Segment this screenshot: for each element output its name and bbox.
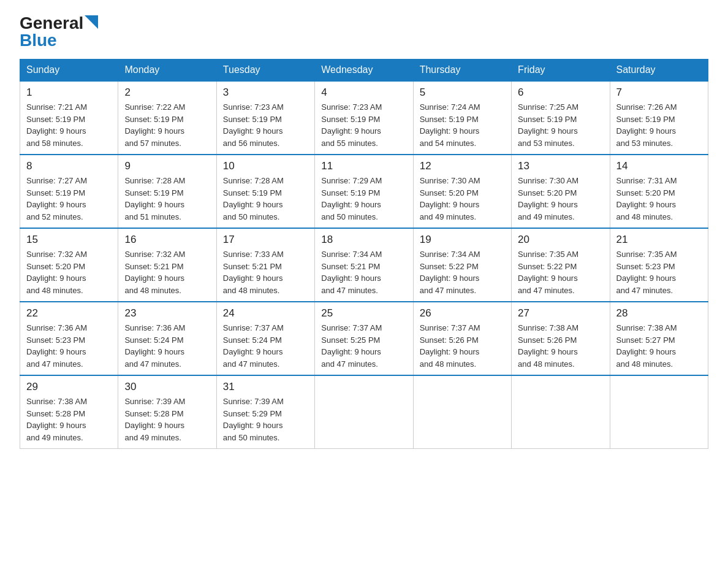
- day-number: 22: [26, 307, 112, 320]
- week-row-3: 15 Sunrise: 7:32 AM Sunset: 5:20 PM Dayl…: [20, 228, 708, 302]
- day-info: Sunrise: 7:31 AM Sunset: 5:20 PM Dayligh…: [616, 175, 702, 223]
- day-info: Sunrise: 7:29 AM Sunset: 5:19 PM Dayligh…: [321, 175, 406, 223]
- logo-arrow-icon: [85, 15, 98, 29]
- day-cell: 3 Sunrise: 7:23 AM Sunset: 5:19 PM Dayli…: [216, 81, 314, 155]
- day-info: Sunrise: 7:37 AM Sunset: 5:26 PM Dayligh…: [420, 322, 505, 370]
- calendar-body: 1 Sunrise: 7:21 AM Sunset: 5:19 PM Dayli…: [20, 81, 708, 449]
- day-cell: 27 Sunrise: 7:38 AM Sunset: 5:26 PM Dayl…: [512, 302, 610, 375]
- day-info: Sunrise: 7:35 AM Sunset: 5:23 PM Dayligh…: [616, 248, 702, 296]
- day-info: Sunrise: 7:30 AM Sunset: 5:20 PM Dayligh…: [518, 175, 603, 223]
- day-cell: 5 Sunrise: 7:24 AM Sunset: 5:19 PM Dayli…: [413, 81, 511, 155]
- day-number: 20: [518, 234, 603, 246]
- calendar-header: SundayMondayTuesdayWednesdayThursdayFrid…: [20, 59, 708, 82]
- day-cell: 4 Sunrise: 7:23 AM Sunset: 5:19 PM Dayli…: [315, 81, 413, 155]
- header-cell-wednesday: Wednesday: [315, 59, 413, 82]
- day-info: Sunrise: 7:30 AM Sunset: 5:20 PM Dayligh…: [420, 175, 505, 223]
- day-cell: 13 Sunrise: 7:30 AM Sunset: 5:20 PM Dayl…: [512, 155, 610, 228]
- day-info: Sunrise: 7:25 AM Sunset: 5:19 PM Dayligh…: [518, 101, 603, 149]
- day-number: 19: [420, 234, 505, 246]
- day-cell: 30 Sunrise: 7:39 AM Sunset: 5:28 PM Dayl…: [118, 375, 216, 449]
- day-cell: 1 Sunrise: 7:21 AM Sunset: 5:19 PM Dayli…: [20, 81, 118, 155]
- day-cell: 26 Sunrise: 7:37 AM Sunset: 5:26 PM Dayl…: [413, 302, 511, 375]
- day-cell: 19 Sunrise: 7:34 AM Sunset: 5:22 PM Dayl…: [413, 228, 511, 302]
- day-cell: 7 Sunrise: 7:26 AM Sunset: 5:19 PM Dayli…: [610, 81, 708, 155]
- day-number: 15: [26, 234, 112, 246]
- day-number: 9: [124, 160, 210, 172]
- day-info: Sunrise: 7:22 AM Sunset: 5:19 PM Dayligh…: [124, 101, 210, 149]
- day-info: Sunrise: 7:36 AM Sunset: 5:23 PM Dayligh…: [26, 322, 112, 370]
- day-info: Sunrise: 7:32 AM Sunset: 5:21 PM Dayligh…: [124, 248, 210, 296]
- day-number: 17: [223, 234, 308, 246]
- day-number: 25: [321, 307, 406, 320]
- day-cell: 2 Sunrise: 7:22 AM Sunset: 5:19 PM Dayli…: [118, 81, 216, 155]
- day-cell: 22 Sunrise: 7:36 AM Sunset: 5:23 PM Dayl…: [20, 302, 118, 375]
- calendar-table: SundayMondayTuesdayWednesdayThursdayFrid…: [20, 59, 708, 449]
- day-number: 30: [124, 381, 210, 393]
- page-header: General Blue: [20, 15, 708, 49]
- week-row-5: 29 Sunrise: 7:38 AM Sunset: 5:28 PM Dayl…: [20, 375, 708, 449]
- day-cell: 12 Sunrise: 7:30 AM Sunset: 5:20 PM Dayl…: [413, 155, 511, 228]
- header-cell-monday: Monday: [118, 59, 216, 82]
- day-number: 31: [223, 381, 308, 393]
- day-cell: 9 Sunrise: 7:28 AM Sunset: 5:19 PM Dayli…: [118, 155, 216, 228]
- day-cell: [610, 375, 708, 449]
- day-info: Sunrise: 7:23 AM Sunset: 5:19 PM Dayligh…: [223, 101, 308, 149]
- day-cell: 14 Sunrise: 7:31 AM Sunset: 5:20 PM Dayl…: [610, 155, 708, 228]
- day-cell: 21 Sunrise: 7:35 AM Sunset: 5:23 PM Dayl…: [610, 228, 708, 302]
- day-info: Sunrise: 7:36 AM Sunset: 5:24 PM Dayligh…: [124, 322, 210, 370]
- day-cell: 24 Sunrise: 7:37 AM Sunset: 5:24 PM Dayl…: [216, 302, 314, 375]
- day-number: 5: [420, 86, 505, 99]
- day-info: Sunrise: 7:27 AM Sunset: 5:19 PM Dayligh…: [26, 175, 112, 223]
- day-number: 23: [124, 307, 210, 320]
- day-number: 24: [223, 307, 308, 320]
- day-number: 1: [26, 86, 112, 99]
- day-number: 29: [26, 381, 112, 393]
- day-number: 2: [124, 86, 210, 99]
- day-cell: 16 Sunrise: 7:32 AM Sunset: 5:21 PM Dayl…: [118, 228, 216, 302]
- day-cell: 18 Sunrise: 7:34 AM Sunset: 5:21 PM Dayl…: [315, 228, 413, 302]
- day-info: Sunrise: 7:33 AM Sunset: 5:21 PM Dayligh…: [223, 248, 308, 296]
- logo: General Blue: [20, 15, 98, 49]
- day-info: Sunrise: 7:34 AM Sunset: 5:22 PM Dayligh…: [420, 248, 505, 296]
- day-cell: 15 Sunrise: 7:32 AM Sunset: 5:20 PM Dayl…: [20, 228, 118, 302]
- day-cell: 10 Sunrise: 7:28 AM Sunset: 5:19 PM Dayl…: [216, 155, 314, 228]
- day-info: Sunrise: 7:39 AM Sunset: 5:29 PM Dayligh…: [223, 396, 308, 443]
- week-row-4: 22 Sunrise: 7:36 AM Sunset: 5:23 PM Dayl…: [20, 302, 708, 375]
- day-info: Sunrise: 7:24 AM Sunset: 5:19 PM Dayligh…: [420, 101, 505, 149]
- day-number: 12: [420, 160, 505, 172]
- day-cell: [512, 375, 610, 449]
- day-cell: [315, 375, 413, 449]
- day-info: Sunrise: 7:37 AM Sunset: 5:24 PM Dayligh…: [223, 322, 308, 370]
- day-number: 21: [616, 234, 702, 246]
- day-number: 4: [321, 86, 406, 99]
- day-info: Sunrise: 7:23 AM Sunset: 5:19 PM Dayligh…: [321, 101, 406, 149]
- day-info: Sunrise: 7:35 AM Sunset: 5:22 PM Dayligh…: [518, 248, 603, 296]
- logo-blue-text: Blue: [20, 32, 57, 49]
- day-info: Sunrise: 7:38 AM Sunset: 5:26 PM Dayligh…: [518, 322, 603, 370]
- day-cell: 17 Sunrise: 7:33 AM Sunset: 5:21 PM Dayl…: [216, 228, 314, 302]
- header-cell-saturday: Saturday: [610, 59, 708, 82]
- header-cell-thursday: Thursday: [413, 59, 511, 82]
- day-info: Sunrise: 7:21 AM Sunset: 5:19 PM Dayligh…: [26, 101, 112, 149]
- header-cell-tuesday: Tuesday: [216, 59, 314, 82]
- header-cell-friday: Friday: [512, 59, 610, 82]
- day-info: Sunrise: 7:26 AM Sunset: 5:19 PM Dayligh…: [616, 101, 702, 149]
- week-row-1: 1 Sunrise: 7:21 AM Sunset: 5:19 PM Dayli…: [20, 81, 708, 155]
- day-info: Sunrise: 7:28 AM Sunset: 5:19 PM Dayligh…: [223, 175, 308, 223]
- day-info: Sunrise: 7:37 AM Sunset: 5:25 PM Dayligh…: [321, 322, 406, 370]
- week-row-2: 8 Sunrise: 7:27 AM Sunset: 5:19 PM Dayli…: [20, 155, 708, 228]
- day-number: 14: [616, 160, 702, 172]
- day-info: Sunrise: 7:34 AM Sunset: 5:21 PM Dayligh…: [321, 248, 406, 296]
- day-number: 13: [518, 160, 603, 172]
- day-info: Sunrise: 7:38 AM Sunset: 5:28 PM Dayligh…: [26, 396, 112, 443]
- day-cell: 28 Sunrise: 7:38 AM Sunset: 5:27 PM Dayl…: [610, 302, 708, 375]
- day-number: 8: [26, 160, 112, 172]
- day-number: 3: [223, 86, 308, 99]
- day-number: 7: [616, 86, 702, 99]
- day-cell: 23 Sunrise: 7:36 AM Sunset: 5:24 PM Dayl…: [118, 302, 216, 375]
- day-cell: 25 Sunrise: 7:37 AM Sunset: 5:25 PM Dayl…: [315, 302, 413, 375]
- day-info: Sunrise: 7:28 AM Sunset: 5:19 PM Dayligh…: [124, 175, 210, 223]
- day-cell: 20 Sunrise: 7:35 AM Sunset: 5:22 PM Dayl…: [512, 228, 610, 302]
- svg-marker-0: [85, 15, 98, 29]
- day-number: 6: [518, 86, 603, 99]
